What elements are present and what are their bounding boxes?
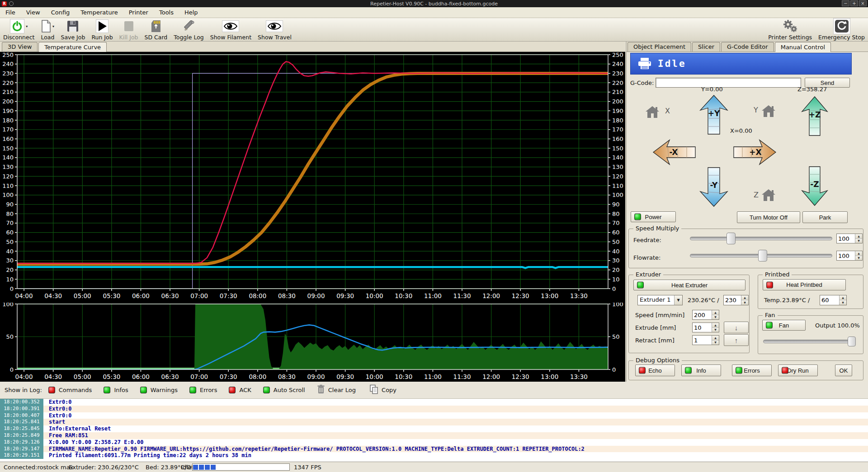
log-toggle-ack[interactable]: ACK	[229, 387, 251, 393]
fan-slider[interactable]	[763, 336, 856, 346]
home-y-icon[interactable]	[761, 105, 776, 117]
feedrate-down[interactable]: ▼	[855, 239, 862, 243]
sd-card-button[interactable]: SD Card	[144, 19, 167, 41]
flowrate-up[interactable]: ▲	[855, 251, 862, 256]
flowrate-slider[interactable]	[690, 250, 832, 262]
jog-plus-y-button[interactable]: +Y	[699, 95, 728, 135]
jog-minus-z-button[interactable]: -Z	[801, 166, 828, 206]
close-button[interactable]: ×	[859, 0, 867, 6]
printbed-temp-label: Temp.	[764, 297, 782, 304]
flowrate-down[interactable]: ▼	[855, 256, 862, 261]
tab-3d-view[interactable]: 3D View	[2, 42, 38, 51]
y-axis-label: 150	[2, 145, 14, 152]
disconnect-button[interactable]: ▾Disconnect	[3, 19, 34, 41]
menu-tools[interactable]: Tools	[154, 8, 179, 17]
menu-printer[interactable]: Printer	[123, 8, 154, 17]
minimize-button[interactable]: −	[842, 0, 849, 6]
extruder-speed-spinner[interactable]: ▲▼	[692, 310, 719, 320]
log-toggle-errors[interactable]: Errors	[189, 387, 217, 393]
run-job-button[interactable]: Run Job	[91, 19, 113, 41]
tab-object-placement[interactable]: Object Placement	[627, 42, 691, 51]
save-job-button[interactable]: Save Job	[61, 19, 85, 41]
log-timestamp: 18:20:25.841	[0, 419, 43, 425]
log-toggle-auto-scroll[interactable]: Auto Scroll	[263, 387, 305, 393]
menu-config[interactable]: Config	[46, 8, 75, 17]
debug-errors-button[interactable]: Errors	[732, 365, 772, 376]
menu-file[interactable]: File	[0, 8, 21, 17]
x-axis-label: 09:30	[336, 373, 354, 380]
x-axis-label: 05:30	[103, 373, 120, 380]
flowrate-spinner[interactable]: ▲▼	[836, 251, 863, 261]
menu-help[interactable]: Help	[179, 8, 203, 17]
retract-button[interactable]: ↑	[724, 334, 749, 346]
dropdown-arrow-icon[interactable]: ▾	[26, 24, 28, 28]
heat-extruder-button[interactable]: Heat Extruder	[633, 280, 745, 290]
debug-dry-run-button[interactable]: Dry Run	[778, 365, 818, 376]
tab-slicer[interactable]: Slicer	[692, 42, 720, 51]
emergency-stop-button[interactable]: Emergency Stop	[818, 19, 865, 41]
copy-button[interactable]: Copy	[369, 384, 396, 396]
printbed-target-spinner[interactable]: ▲▼	[820, 295, 847, 305]
printer-settings-button[interactable]: Printer Settings	[768, 19, 812, 41]
show-travel-button[interactable]: Show Travel	[258, 19, 292, 41]
x-axis-letter: X	[665, 107, 670, 115]
y-axis-label: 250	[2, 52, 14, 58]
log-toggle-warnings[interactable]: Warnings	[140, 387, 178, 393]
power-button[interactable]: Power	[631, 211, 676, 222]
show-filament-button[interactable]: Show Filament	[210, 19, 251, 41]
tab-g-code-editor[interactable]: G-Code Editor	[721, 42, 774, 51]
jog-minus-x-button[interactable]: -X	[653, 139, 696, 165]
x-axis-label: 12:00	[482, 373, 500, 380]
feedrate-slider[interactable]	[690, 233, 832, 244]
x-axis-label: 11:00	[424, 373, 442, 380]
retract-spinner[interactable]: ▲▼	[692, 335, 719, 345]
extrude-spinner[interactable]: ▲▼	[692, 322, 719, 332]
tab-manual-control[interactable]: Manual Control	[775, 42, 831, 52]
log-section[interactable]: Show in Log: CommandsInfosWarningsErrors…	[0, 382, 868, 462]
y-axis-label: 230	[612, 70, 623, 77]
log-toggle-infos[interactable]: Infos	[104, 387, 128, 393]
jog-minus-y-button[interactable]: -Y	[699, 167, 728, 207]
y-axis-label: 50	[6, 333, 14, 340]
log-message: Extr0:0	[43, 399, 72, 406]
y-axis-label: 140	[2, 154, 14, 161]
debug-info-button[interactable]: Info	[681, 365, 721, 376]
menu-view[interactable]: View	[21, 8, 46, 17]
debug-echo-button[interactable]: Echo	[635, 365, 675, 376]
turn-motor-off-button[interactable]: Turn Motor Off	[737, 211, 800, 223]
clear-log-button[interactable]: Clear Log	[317, 384, 356, 396]
extruder-target-spinner[interactable]: ▲▼	[723, 295, 749, 305]
heat-printbed-button[interactable]: Heat Printbed	[763, 279, 846, 290]
tab-temperature-curve[interactable]: Temperature Curve	[38, 42, 107, 52]
log-row: 18:20:00.407Extr0:0	[0, 412, 868, 419]
menu-temperature[interactable]: Temperature	[75, 8, 123, 17]
fan-button[interactable]: Fan	[762, 320, 806, 331]
y-axis-label: 170	[2, 126, 14, 133]
maximize-button[interactable]: +	[850, 0, 858, 6]
trash-icon	[317, 384, 325, 396]
extruder-select[interactable]: Extruder 1▼	[637, 295, 683, 305]
home-x-icon[interactable]	[645, 106, 660, 118]
pencil-icon	[183, 20, 195, 32]
dropdown-arrow-icon[interactable]: ▾	[52, 24, 54, 28]
x-axis-label: 13:00	[541, 373, 558, 380]
park-button[interactable]: Park	[802, 211, 848, 223]
y-axis-letter: Y	[754, 106, 758, 114]
log-timestamp: 18:20:00.407	[0, 412, 43, 419]
load-button[interactable]: ▾Load	[41, 19, 54, 41]
ok-button[interactable]: OK	[835, 365, 852, 376]
toggle-log-button[interactable]: Toggle Log	[174, 19, 204, 41]
feedrate-up[interactable]: ▲	[855, 234, 862, 239]
y-coordinate: Y=0.00	[701, 86, 723, 93]
log-message: Extr0:0	[43, 412, 72, 419]
y-axis-label: 120	[612, 173, 623, 180]
extrude-button[interactable]: ↓	[724, 322, 749, 333]
home-z-icon[interactable]	[761, 189, 776, 201]
feedrate-spinner[interactable]: ▲▼	[836, 234, 863, 243]
log-row: 18:20:00.352Extr0:0	[0, 399, 868, 406]
y-axis-label: 0	[10, 366, 14, 373]
gcode-input[interactable]	[656, 78, 801, 88]
jog-plus-x-button[interactable]: +X	[733, 139, 776, 165]
jog-plus-z-button[interactable]: +Z	[801, 96, 828, 136]
log-toggle-commands[interactable]: Commands	[48, 387, 92, 393]
